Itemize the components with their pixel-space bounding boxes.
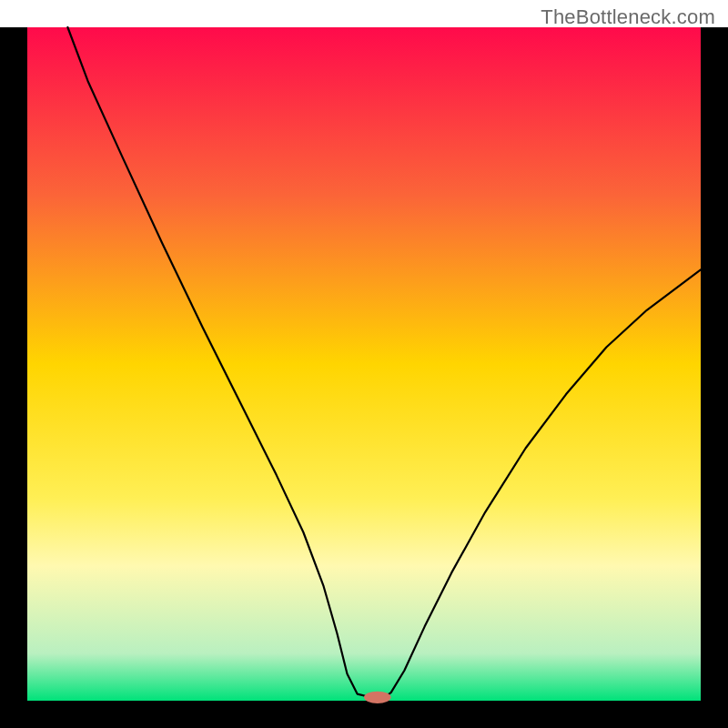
svg-rect-3	[0, 701, 728, 728]
bottleneck-chart: TheBottleneck.com	[0, 0, 728, 728]
svg-rect-1	[0, 0, 27, 728]
watermark-text: TheBottleneck.com	[541, 5, 715, 29]
plot-area	[0, 0, 728, 728]
optimal-point-marker	[364, 692, 391, 703]
svg-rect-0	[27, 27, 701, 701]
svg-rect-2	[701, 0, 728, 728]
chart-svg	[0, 0, 728, 728]
